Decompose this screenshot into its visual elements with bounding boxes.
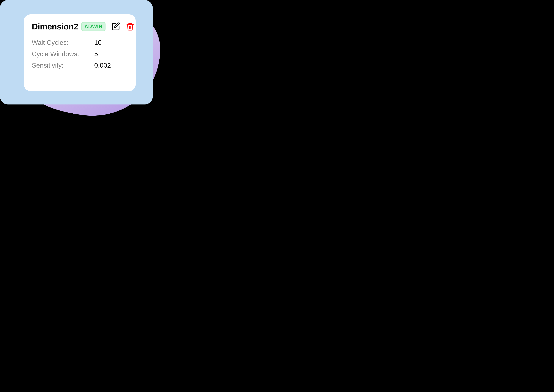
- trash-icon: [126, 22, 134, 31]
- param-row: Wait Cycles: 10: [32, 39, 128, 46]
- param-value: 0.002: [94, 62, 111, 69]
- dimension-card: Dimension2 ADWIN Wait Cycles: 10 Cycle W…: [24, 14, 136, 91]
- param-label: Wait Cycles:: [32, 39, 94, 46]
- edit-button[interactable]: [111, 22, 120, 31]
- param-label: Sensitivity:: [32, 62, 94, 69]
- param-row: Cycle Windows: 5: [32, 50, 128, 58]
- param-label: Cycle Windows:: [32, 50, 94, 58]
- algorithm-badge: ADWIN: [81, 22, 106, 31]
- parameter-list: Wait Cycles: 10 Cycle Windows: 5 Sensiti…: [32, 38, 128, 69]
- card-title: Dimension2: [32, 22, 78, 31]
- delete-button[interactable]: [126, 22, 134, 31]
- param-value: 10: [94, 39, 102, 46]
- card-header: Dimension2 ADWIN: [32, 22, 128, 31]
- edit-icon: [111, 22, 120, 31]
- param-row: Sensitivity: 0.002: [32, 62, 128, 69]
- param-value: 5: [94, 50, 98, 58]
